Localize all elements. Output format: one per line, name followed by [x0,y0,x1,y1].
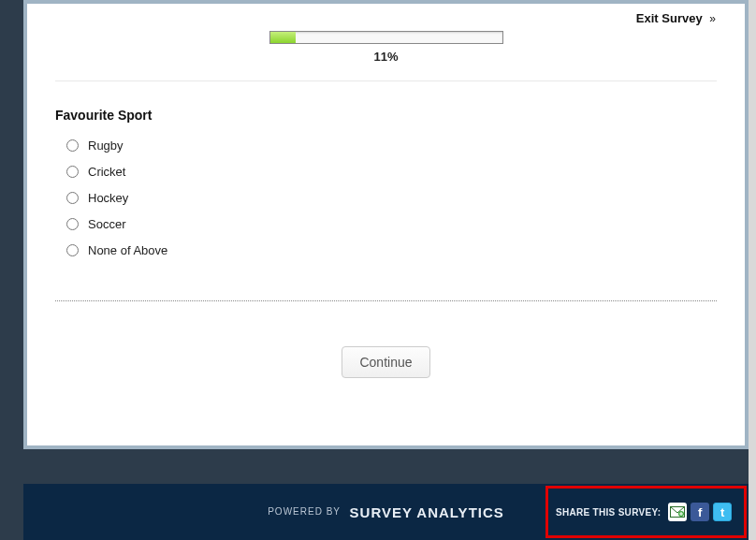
footer-inner: POWERED BY SURVEY ANALYTICS SHARE THIS S… [23,484,749,540]
survey-card: Exit Survey » 11% Favourite Sport Rugby … [27,4,745,445]
brand-name: SURVEY ANALYTICS [344,504,504,520]
radio-input[interactable] [66,244,79,256]
footer: POWERED BY SURVEY ANALYTICS SHARE THIS S… [23,484,749,540]
share-label: SHARE THIS SURVEY: [556,507,661,518]
card-border: Exit Survey » 11% Favourite Sport Rugby … [23,0,749,449]
option-row: Soccer [66,211,717,237]
progress-section: 11% [55,31,717,64]
continue-button[interactable]: Continue [342,346,429,378]
progress-percent-label: 11% [55,50,717,64]
option-label[interactable]: Soccer [88,217,125,231]
option-row: None of Above [66,237,717,263]
option-label[interactable]: Rugby [88,139,124,153]
scrollbar[interactable] [749,0,756,540]
radio-input[interactable] [66,218,79,230]
radio-input[interactable] [66,139,79,152]
powered-prefix: POWERED BY [268,506,341,517]
option-label[interactable]: Cricket [88,165,125,179]
progress-bar [269,31,503,44]
option-label[interactable]: None of Above [88,243,167,257]
divider [55,80,717,81]
option-row: Hockey [66,184,717,211]
exit-survey-label: Exit Survey [636,11,703,25]
powered-by: POWERED BY SURVEY ANALYTICS [268,504,504,520]
option-label[interactable]: Hockey [88,191,128,205]
question-title: Favourite Sport [55,108,717,123]
share-box: SHARE THIS SURVEY: f t [545,486,747,538]
survey-frame: Exit Survey » 11% Favourite Sport Rugby … [23,0,749,540]
continue-wrap: Continue [55,346,717,378]
option-list: Rugby Cricket Hockey Soccer None of Abov… [55,132,717,263]
radio-input[interactable] [66,192,79,204]
exit-survey-link[interactable]: Exit Survey » [55,11,717,31]
divider-dotted [55,300,717,301]
progress-fill [270,32,296,43]
chevron-right-icon: » [705,12,717,25]
radio-input[interactable] [66,166,79,178]
share-icons: f t [668,503,732,521]
option-row: Cricket [66,158,717,184]
facebook-icon[interactable]: f [691,503,709,521]
option-row: Rugby [66,132,717,158]
twitter-icon[interactable]: t [713,503,732,521]
email-icon[interactable] [668,503,687,521]
